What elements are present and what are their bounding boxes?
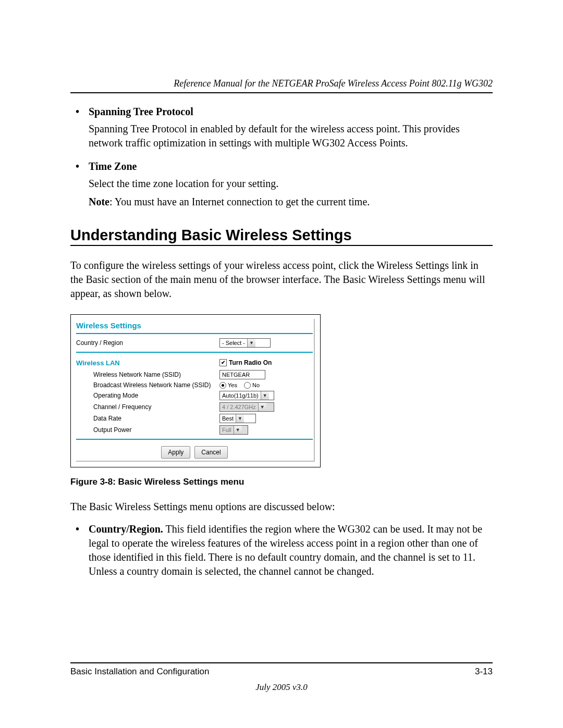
chevron-down-icon: ▼ <box>236 414 244 423</box>
ssid-label: Wireless Network Name (SSID) <box>76 371 219 378</box>
data-rate-label: Data Rate <box>76 415 219 422</box>
bullet-title: Spanning Tree Protocol <box>89 105 493 119</box>
country-region-select[interactable]: - Select - ▼ <box>219 338 271 348</box>
chevron-down-icon: ▼ <box>258 403 266 411</box>
chevron-down-icon: ▼ <box>261 391 269 400</box>
turn-radio-on-label: Turn Radio On <box>229 359 272 366</box>
panel-divider <box>76 333 313 334</box>
note-body: : You must have an Internet connection t… <box>109 196 370 207</box>
output-power-value: Full <box>220 426 234 434</box>
chevron-down-icon: ▼ <box>234 426 242 434</box>
cancel-button[interactable]: Cancel <box>194 446 227 459</box>
channel-frequency-select[interactable]: 4 / 2.427GHz ▼ <box>219 402 274 412</box>
figure-caption: Figure 3-8: Basic Wireless Settings menu <box>70 477 493 487</box>
operating-mode-label: Operating Mode <box>76 392 219 399</box>
operating-mode-value: Auto(11g/11b) <box>220 391 261 400</box>
wireless-settings-figure: Wireless Settings Country / Region - Sel… <box>70 314 321 467</box>
panel-title: Wireless Settings <box>76 319 313 333</box>
bullet-title: Time Zone <box>89 159 493 174</box>
wireless-lan-subtitle: Wireless LAN <box>76 357 219 368</box>
bullet-time-zone: Time Zone Select the time zone location … <box>70 159 493 209</box>
data-rate-value: Best <box>220 414 236 423</box>
section-divider <box>70 245 493 246</box>
bullet-body: Spanning Tree Protocol in enabled by def… <box>89 123 460 149</box>
radio-no-label: No <box>252 382 260 388</box>
bullet-spanning-tree: Spanning Tree Protocol Spanning Tree Pro… <box>70 105 493 150</box>
panel-divider <box>76 439 313 440</box>
data-rate-select[interactable]: Best ▼ <box>219 414 256 423</box>
broadcast-no-radio[interactable]: No <box>244 382 260 389</box>
footer-date: July 2005 v3.0 <box>70 682 493 693</box>
radio-icon <box>219 382 226 389</box>
document-header: Reference Manual for the NETGEAR ProSafe… <box>70 78 493 93</box>
radio-yes-label: Yes <box>228 382 237 388</box>
turn-radio-on-checkbox[interactable]: ✔ Turn Radio On <box>219 359 272 366</box>
bullet-country-region: Country/Region. This field identifies th… <box>70 522 493 578</box>
intro-paragraph: To configure the wireless settings of yo… <box>70 258 493 301</box>
operating-mode-select[interactable]: Auto(11g/11b) ▼ <box>219 391 274 400</box>
channel-frequency-value: 4 / 2.427GHz <box>220 403 258 411</box>
radio-icon <box>244 382 251 389</box>
output-power-label: Output Power <box>76 426 219 434</box>
country-region-value: - Select - <box>220 339 247 347</box>
section-heading: Understanding Basic Wireless Settings <box>70 227 493 244</box>
chevron-down-icon: ▼ <box>247 339 255 347</box>
bullet-lead: Country/Region. <box>89 523 163 535</box>
note-label: Note <box>89 196 109 207</box>
checkbox-icon: ✔ <box>219 359 227 366</box>
footer-section-name: Basic Installation and Configuration <box>70 667 210 677</box>
broadcast-ssid-label: Broadcast Wireless Network Name (SSID) <box>76 381 219 389</box>
footer-page-number: 3-13 <box>475 667 493 677</box>
footer-divider <box>70 662 493 663</box>
ssid-input[interactable]: NETGEAR <box>219 370 265 379</box>
channel-frequency-label: Channel / Frequency <box>76 403 219 411</box>
output-power-select[interactable]: Full ▼ <box>219 425 248 435</box>
bullet-body: Select the time zone location for your s… <box>89 178 278 189</box>
panel-divider <box>76 352 313 353</box>
country-region-label: Country / Region <box>76 339 219 347</box>
discussed-paragraph: The Basic Wireless Settings menu options… <box>70 500 493 514</box>
apply-button[interactable]: Apply <box>161 446 190 459</box>
broadcast-yes-radio[interactable]: Yes <box>219 382 237 389</box>
